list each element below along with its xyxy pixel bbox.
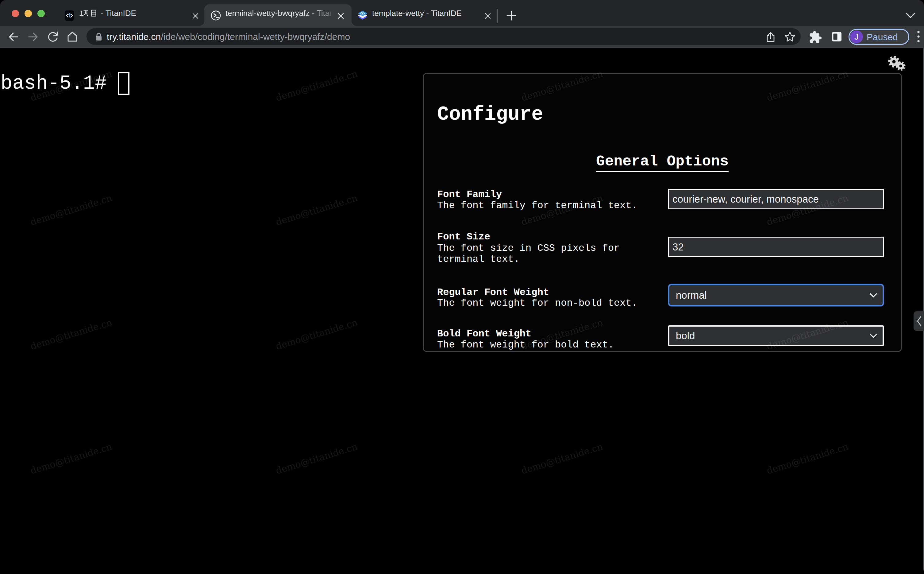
- watermark-text: demo@titanide.cn: [29, 317, 113, 352]
- window-close-button[interactable]: [12, 10, 19, 17]
- watermark-text: demo@titanide.cn: [765, 441, 850, 476]
- section-heading: General Options: [424, 154, 901, 172]
- tab-close-icon[interactable]: [481, 9, 495, 23]
- tab-close-icon[interactable]: [189, 9, 202, 23]
- new-tab-button[interactable]: [504, 9, 518, 22]
- tab-strip: - TitanIDE terminal-wetty-bwqryafz - Tit…: [0, 0, 924, 26]
- field-label-regular-font-weight: Regular Font Weight: [437, 287, 652, 298]
- bookmark-star-icon[interactable]: [784, 30, 797, 43]
- font-size-input[interactable]: 32: [668, 237, 884, 257]
- watermark-text: demo@titanide.cn: [275, 68, 359, 103]
- forward-button[interactable]: [27, 26, 40, 47]
- font-family-input[interactable]: courier-new, courier, monospace: [668, 189, 884, 209]
- share-icon[interactable]: [764, 31, 777, 43]
- page-content: bash-5.1# Configure General Options Font…: [0, 48, 924, 574]
- browser-window: - TitanIDE terminal-wetty-bwqryafz - Tit…: [0, 0, 924, 574]
- field-description-font-size: The font size in CSS pixels for terminal…: [437, 243, 652, 265]
- panel-title: Configure: [437, 105, 543, 124]
- tab-title: terminal-wetty-bwqryafz - TitanIDE: [225, 0, 333, 26]
- avatar: J: [850, 30, 863, 43]
- reload-button[interactable]: [46, 26, 60, 47]
- watermark-text: demo@titanide.cn: [520, 441, 604, 476]
- tab-title: template-wetty - TitanIDE: [372, 0, 482, 26]
- field-description-regular-font-weight: The font weight for non-bold text.: [437, 298, 652, 309]
- settings-gears-icon[interactable]: [887, 55, 907, 73]
- select-value: bold: [676, 326, 695, 345]
- field-label-font-family: Font Family: [437, 189, 652, 200]
- home-button[interactable]: [66, 26, 79, 47]
- url-path: /ide/web/coding/terminal-wetty-bwqryafz/…: [161, 32, 350, 42]
- watermark-text: demo@titanide.cn: [275, 441, 359, 476]
- lock-icon[interactable]: [94, 32, 103, 41]
- terminal-favicon: [211, 10, 221, 20]
- tab-template-wetty[interactable]: template-wetty - TitanIDE: [352, 0, 498, 26]
- tab-separator: [497, 9, 498, 23]
- url-text: try.titanide.cn/ide/web/coding/terminal-…: [107, 28, 350, 45]
- tab-project-titanide[interactable]: - TitanIDE: [58, 0, 204, 26]
- regular-font-weight-select[interactable]: normal: [668, 284, 884, 306]
- tab-search-chevron-icon[interactable]: [904, 10, 917, 20]
- window-minimize-button[interactable]: [25, 10, 32, 17]
- field-label-font-size: Font Size: [437, 232, 652, 243]
- browser-toolbar: try.titanide.cn/ide/web/coding/terminal-…: [0, 26, 924, 48]
- configure-panel: Configure General Options Font Family Th…: [423, 73, 902, 352]
- tab-title-suffix: - TitanIDE: [99, 9, 136, 18]
- terminal-cursor: [118, 72, 129, 95]
- window-zoom-button[interactable]: [38, 10, 45, 17]
- watermark-text: demo@titanide.cn: [275, 192, 359, 227]
- address-bar[interactable]: try.titanide.cn/ide/web/coding/terminal-…: [86, 28, 801, 45]
- watermark-text: demo@titanide.cn: [29, 441, 113, 476]
- tab-terminal-wetty[interactable]: terminal-wetty-bwqryafz - TitanIDE: [204, 0, 352, 26]
- watermark-text: demo@titanide.cn: [275, 317, 359, 352]
- url-domain: try.titanide.cn: [107, 32, 161, 42]
- tab-close-icon[interactable]: [334, 9, 347, 23]
- profile-status-badge: Paused: [867, 30, 898, 44]
- titanide-favicon: [65, 10, 74, 21]
- watermark-text: demo@titanide.cn: [29, 192, 113, 227]
- sidebar-collapse-handle[interactable]: [914, 311, 924, 331]
- tab-title: - TitanIDE: [79, 0, 190, 26]
- select-value: normal: [676, 285, 707, 305]
- back-button[interactable]: [7, 26, 20, 47]
- template-favicon: [357, 10, 368, 20]
- profile-button[interactable]: J Paused: [849, 29, 909, 45]
